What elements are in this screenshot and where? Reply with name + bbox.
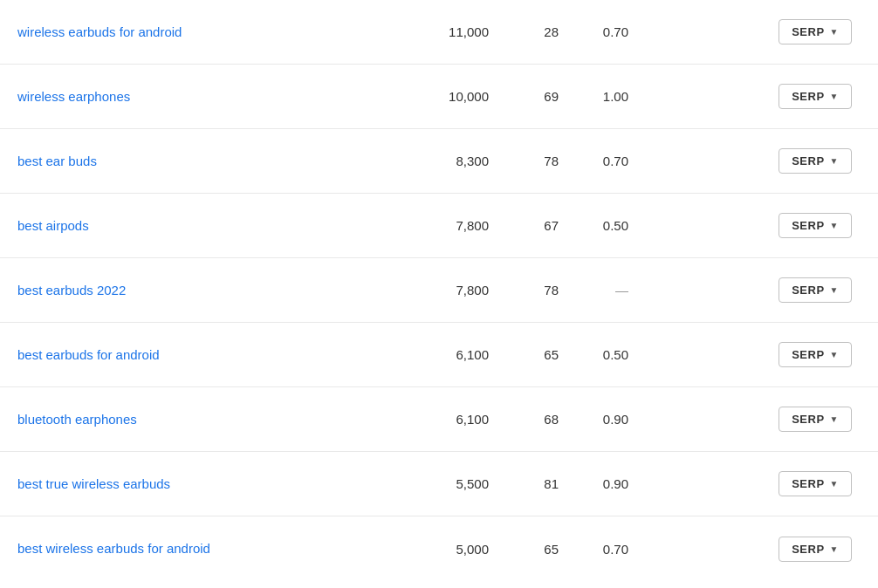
serp-button-label: SERP: [792, 477, 824, 490]
keyword-cell: best true wireless earbuds: [17, 476, 419, 492]
keyword-cell: wireless earphones: [17, 89, 419, 105]
chevron-down-icon: ▼: [830, 479, 839, 489]
serp-cell: SERP ▼: [663, 471, 861, 496]
keyword-link[interactable]: wireless earbuds for android: [17, 24, 182, 39]
cpc-cell: —: [593, 283, 663, 297]
keyword-link[interactable]: best airpods: [17, 218, 89, 233]
cpc-cell: 0.50: [593, 347, 663, 362]
volume-cell: 5,500: [419, 476, 524, 491]
chevron-down-icon: ▼: [830, 544, 839, 554]
difficulty-cell: 28: [524, 24, 593, 39]
keyword-link[interactable]: wireless earphones: [17, 89, 130, 104]
table-row: best earbuds 2022 7,800 78 — SERP ▼: [0, 258, 878, 323]
cpc-cell: 1.00: [593, 89, 663, 104]
keyword-link[interactable]: best ear buds: [17, 154, 97, 168]
serp-button[interactable]: SERP ▼: [779, 471, 852, 496]
keyword-cell: best earbuds 2022: [17, 283, 419, 298]
chevron-down-icon: ▼: [830, 156, 839, 166]
table-row: best ear buds 8,300 78 0.70 SERP ▼: [0, 129, 878, 194]
serp-cell: SERP ▼: [663, 19, 861, 44]
keyword-cell: best ear buds: [17, 154, 419, 169]
keyword-cell: best earbuds for android: [17, 347, 419, 363]
serp-button[interactable]: SERP ▼: [779, 148, 852, 174]
serp-cell: SERP ▼: [663, 407, 861, 432]
volume-cell: 5,000: [419, 542, 524, 557]
difficulty-cell: 68: [524, 412, 593, 427]
cpc-cell: 0.70: [593, 24, 663, 39]
serp-cell: SERP ▼: [663, 84, 861, 109]
difficulty-cell: 65: [524, 542, 593, 557]
serp-button-label: SERP: [792, 413, 824, 426]
keyword-link[interactable]: bluetooth earphones: [17, 412, 137, 427]
keyword-cell: best wireless earbuds for android: [17, 541, 419, 557]
serp-button[interactable]: SERP ▼: [779, 277, 852, 303]
serp-button[interactable]: SERP ▼: [779, 342, 852, 367]
volume-cell: 7,800: [419, 218, 524, 233]
cpc-cell: 0.50: [593, 218, 663, 233]
keyword-cell: wireless earbuds for android: [17, 24, 419, 40]
table-row: best true wireless earbuds 5,500 81 0.90…: [0, 452, 878, 516]
serp-button[interactable]: SERP ▼: [779, 84, 852, 109]
serp-button[interactable]: SERP ▼: [779, 213, 852, 238]
table-row: bluetooth earphones 6,100 68 0.90 SERP ▼: [0, 387, 878, 452]
serp-button[interactable]: SERP ▼: [779, 537, 852, 562]
chevron-down-icon: ▼: [830, 27, 839, 37]
cpc-cell: 0.70: [593, 154, 663, 168]
table-row: best airpods 7,800 67 0.50 SERP ▼: [0, 194, 878, 258]
keyword-link[interactable]: best wireless earbuds for android: [17, 541, 210, 556]
difficulty-cell: 78: [524, 283, 593, 297]
table-row: best wireless earbuds for android 5,000 …: [0, 516, 878, 581]
serp-button[interactable]: SERP ▼: [779, 19, 852, 44]
volume-cell: 7,800: [419, 283, 524, 297]
table-row: wireless earbuds for android 11,000 28 0…: [0, 0, 878, 65]
volume-cell: 10,000: [419, 89, 524, 104]
keyword-link[interactable]: best earbuds 2022: [17, 283, 126, 297]
serp-cell: SERP ▼: [663, 342, 861, 367]
serp-cell: SERP ▼: [663, 277, 861, 303]
chevron-down-icon: ▼: [830, 414, 839, 424]
keyword-link[interactable]: best earbuds for android: [17, 347, 160, 362]
serp-button-label: SERP: [792, 348, 824, 361]
serp-cell: SERP ▼: [663, 213, 861, 238]
serp-button-label: SERP: [792, 90, 824, 103]
chevron-down-icon: ▼: [830, 285, 839, 295]
difficulty-cell: 81: [524, 476, 593, 491]
cpc-cell: 0.90: [593, 412, 663, 427]
chevron-down-icon: ▼: [830, 92, 839, 101]
serp-button-label: SERP: [792, 25, 824, 38]
serp-button-label: SERP: [792, 154, 824, 168]
table-row: wireless earphones 10,000 69 1.00 SERP ▼: [0, 65, 878, 129]
difficulty-cell: 69: [524, 89, 593, 104]
keyword-cell: bluetooth earphones: [17, 412, 419, 427]
keyword-link[interactable]: best true wireless earbuds: [17, 476, 170, 491]
cpc-cell: 0.70: [593, 542, 663, 557]
chevron-down-icon: ▼: [830, 221, 839, 230]
serp-button-label: SERP: [792, 543, 824, 556]
difficulty-cell: 65: [524, 347, 593, 362]
keyword-cell: best airpods: [17, 218, 419, 234]
chevron-down-icon: ▼: [830, 350, 839, 359]
volume-cell: 6,100: [419, 412, 524, 427]
keyword-table: wireless earbuds for android 11,000 28 0…: [0, 0, 878, 581]
serp-button-label: SERP: [792, 219, 824, 232]
difficulty-cell: 67: [524, 218, 593, 233]
volume-cell: 11,000: [419, 24, 524, 39]
table-row: best earbuds for android 6,100 65 0.50 S…: [0, 323, 878, 387]
volume-cell: 8,300: [419, 154, 524, 168]
serp-cell: SERP ▼: [663, 148, 861, 174]
serp-button-label: SERP: [792, 284, 824, 297]
serp-cell: SERP ▼: [663, 537, 861, 562]
difficulty-cell: 78: [524, 154, 593, 168]
cpc-cell: 0.90: [593, 476, 663, 491]
volume-cell: 6,100: [419, 347, 524, 362]
serp-button[interactable]: SERP ▼: [779, 407, 852, 432]
